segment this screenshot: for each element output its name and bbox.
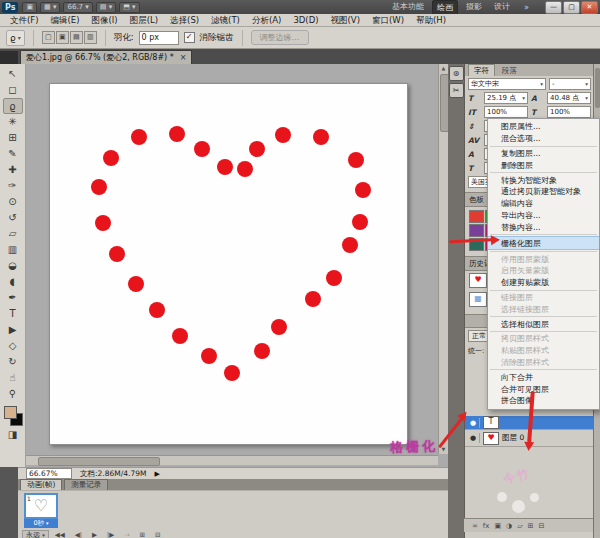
status-flyout-icon[interactable]: ▶ (154, 470, 159, 478)
context-menu-item-[interactable]: 复制图层... (488, 148, 599, 160)
subtract-selection-icon[interactable]: ▤ (70, 31, 83, 44)
launch-bridge-icon[interactable]: ▣ (22, 2, 37, 13)
3d-rotate-tool[interactable]: ↻ (3, 354, 23, 370)
loop-count-dropdown[interactable]: 永远 ▾ (22, 530, 49, 538)
document-canvas[interactable] (49, 83, 408, 445)
rewind-button[interactable]: ◀◀ (52, 530, 68, 538)
menubar-item-3DD[interactable]: 3D(D) (287, 14, 324, 27)
new-selection-icon[interactable]: ▢ (42, 31, 55, 44)
history-brush-tool[interactable]: ↺ (3, 210, 23, 226)
frame-duration-selector[interactable]: 0秒 ▾ (24, 519, 58, 528)
brush-tool[interactable]: ✑ (3, 178, 23, 194)
shape-tool[interactable]: ◇ (3, 338, 23, 354)
play-button[interactable]: ▶ (89, 530, 100, 538)
tab-measurement-log[interactable]: 测量记录 (64, 479, 108, 490)
horizontal-scale-field[interactable]: 100% (547, 106, 591, 118)
leading-field[interactable]: 40.48 点 ▾ (547, 92, 591, 104)
menubar-item-L[interactable]: 图层(L) (124, 14, 164, 27)
font-size-field[interactable]: 25.19 点 ▾ (484, 92, 528, 104)
add-mask-button[interactable]: ▣ (494, 522, 501, 530)
healing-brush-tool[interactable]: ✚ (3, 162, 23, 178)
context-menu-item-[interactable]: 编辑内容 (488, 198, 599, 210)
workspace-button-绘画[interactable]: 绘画 (432, 0, 458, 15)
context-menu-item-[interactable]: 导出内容... (488, 210, 599, 222)
menubar-item-E[interactable]: 编辑(E) (45, 14, 86, 27)
workspace-more-button[interactable]: » (520, 2, 533, 13)
arrange-documents-icon[interactable]: ▤ ▾ (96, 2, 116, 13)
vertical-scale-field[interactable]: 100% (484, 106, 528, 118)
minimize-button[interactable]: — (545, 1, 562, 14)
context-menu-item-[interactable]: 创建剪贴蒙版 (488, 277, 599, 289)
move-tool[interactable]: ↖ (3, 66, 23, 82)
context-menu-item-[interactable]: 栅格化图层 (488, 236, 599, 250)
crop-tool[interactable]: ⊞ (3, 130, 23, 146)
restore-button[interactable]: ▢ (563, 1, 580, 14)
animation-frame-1[interactable]: 1 ♡ (24, 493, 58, 519)
new-group-button[interactable]: ▱ (517, 522, 522, 530)
close-button[interactable]: ✕ (581, 1, 598, 14)
tab-character[interactable]: 字符 (468, 64, 495, 76)
menubar-item-A[interactable]: 分析(A) (246, 14, 287, 27)
next-frame-button[interactable]: |▶ (104, 530, 117, 538)
font-style-dropdown[interactable]: - ▾ (549, 78, 591, 90)
lasso-tool[interactable]: ϱ (3, 98, 23, 114)
delete-frame-button[interactable]: ⊟ (152, 530, 163, 538)
layer-style-button[interactable]: fx (483, 522, 490, 530)
menubar-item-W[interactable]: 窗口(W) (366, 14, 410, 27)
dock-scroll-thumb[interactable] (595, 68, 600, 108)
vertical-scrollbar[interactable]: ▲ ▼ (438, 64, 448, 454)
delete-layer-button[interactable]: ⊟ (538, 522, 544, 530)
dodge-tool[interactable]: ◖ (3, 274, 23, 290)
pen-tool[interactable]: ✒ (3, 290, 23, 306)
tool-preset-picker[interactable]: ϱ ▾ (6, 30, 25, 46)
context-menu-item-[interactable]: 混合选项... (488, 133, 599, 145)
context-menu-item-[interactable]: 图层属性... (488, 121, 599, 133)
context-menu-item-[interactable]: 通过拷贝新建智能对象 (488, 186, 599, 198)
magic-wand-tool[interactable]: ✳ (3, 114, 23, 130)
horizontal-scrollbar[interactable] (26, 455, 438, 465)
clone-stamp-tool[interactable]: ⊙ (3, 194, 23, 210)
hand-tool[interactable]: ☝ (3, 370, 23, 386)
context-menu-item-[interactable]: 合并可见图层 (488, 383, 599, 395)
zoom-tool[interactable]: ⚲ (3, 386, 23, 402)
scroll-up-icon[interactable]: ▲ (439, 64, 448, 73)
font-family-dropdown[interactable]: 华文中宋 ▾ (468, 78, 546, 90)
prev-frame-button[interactable]: ◀| (72, 530, 85, 538)
workspace-button-基本功能[interactable]: 基本功能 (388, 0, 428, 15)
zoom-percentage-field[interactable]: 66.67% (26, 468, 72, 479)
context-menu-item-[interactable]: 替换内容... (488, 222, 599, 234)
marquee-tool[interactable]: ◻ (3, 82, 23, 98)
context-menu-item-[interactable]: 删除图层 (488, 159, 599, 171)
feather-input[interactable]: 0 px (139, 31, 179, 45)
measure-panel-icon[interactable]: ✂ (449, 83, 464, 98)
color-swatch[interactable] (469, 210, 484, 223)
context-menu-item-[interactable]: 转换为智能对象 (488, 174, 599, 186)
layer-thumbnail-heart[interactable]: ♥ (483, 432, 499, 445)
vertical-scroll-thumb[interactable] (440, 74, 448, 132)
menubar-item-F[interactable]: 文件(F) (4, 14, 45, 27)
eyedropper-tool[interactable]: ✎ (3, 146, 23, 162)
layer-visibility-icon[interactable]: ● (467, 433, 480, 443)
menubar-item-S[interactable]: 选择(S) (164, 14, 205, 27)
antialias-checkbox[interactable]: ✓ (184, 32, 195, 43)
new-frame-button[interactable]: ⊞ (137, 530, 148, 538)
close-tab-icon[interactable]: × (180, 51, 187, 64)
blur-tool[interactable]: ◒ (3, 258, 23, 274)
gradient-tool[interactable]: ▥ (3, 242, 23, 258)
context-menu-item-[interactable]: 向下合并 (488, 371, 599, 383)
quick-mask-button[interactable]: ◨ (3, 427, 23, 443)
clone-source-panel-icon[interactable]: ⊛ (449, 66, 464, 81)
type-tool[interactable]: T (3, 306, 23, 322)
menubar-item-V[interactable]: 视图(V) (325, 14, 366, 27)
menubar-item-T[interactable]: 滤镜(T) (205, 14, 246, 27)
eraser-tool[interactable]: ▱ (3, 226, 23, 242)
foreground-color-swatch[interactable] (4, 406, 17, 419)
layer-visibility-icon[interactable]: ● (467, 418, 480, 428)
view-extras-icon[interactable]: ▦ ▾ (40, 2, 60, 13)
context-menu-item-[interactable]: 拼合图像 (488, 395, 599, 407)
document-tab[interactable]: 爱心1.jpg @ 66.7% (爱心2, RGB/8#) * × (20, 50, 192, 64)
adjustment-layer-button[interactable]: ◑ (506, 522, 512, 530)
workspace-button-设计[interactable]: 设计 (490, 0, 514, 15)
workspace-button-摄影[interactable]: 摄影 (462, 0, 486, 15)
link-layers-button[interactable]: ∞ (472, 522, 478, 530)
